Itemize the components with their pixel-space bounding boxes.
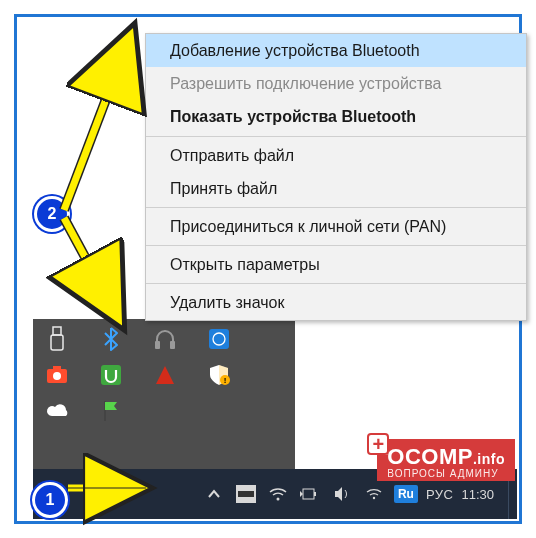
- bluetooth-context-menu: Добавление устройства Bluetooth Разрешит…: [145, 33, 527, 321]
- svg-rect-8: [53, 366, 61, 370]
- cloud-icon[interactable]: [43, 397, 71, 425]
- clock-text: 11:30: [461, 487, 502, 502]
- language-badge[interactable]: Ru: [394, 477, 418, 511]
- flag-icon[interactable]: [97, 397, 125, 425]
- tray-chevron-up-icon[interactable]: [202, 477, 226, 511]
- menu-receive-file[interactable]: Принять файл: [146, 172, 526, 205]
- svg-rect-2: [155, 341, 160, 349]
- language-text: РУС: [426, 487, 454, 502]
- utorrent-icon[interactable]: [97, 361, 125, 389]
- menu-open-settings[interactable]: Открыть параметры: [146, 248, 526, 281]
- watermark-sub: ВОПРОСЫ АДМИНУ: [387, 469, 505, 480]
- usb-icon[interactable]: [43, 325, 71, 353]
- menu-separator: [146, 207, 526, 208]
- svg-point-7: [53, 372, 61, 380]
- menu-separator: [146, 245, 526, 246]
- svg-point-15: [276, 498, 279, 501]
- network-icon[interactable]: [362, 477, 386, 511]
- svg-rect-3: [170, 341, 175, 349]
- camera-icon[interactable]: [43, 361, 71, 389]
- menu-send-file[interactable]: Отправить файл: [146, 139, 526, 172]
- menu-separator: [146, 283, 526, 284]
- svg-text:!: !: [224, 376, 227, 385]
- svg-rect-16: [303, 489, 314, 499]
- svg-rect-14: [238, 491, 254, 497]
- menu-show-bluetooth-devices[interactable]: Показать устройства Bluetooth: [146, 100, 526, 133]
- menu-add-bluetooth-device[interactable]: Добавление устройства Bluetooth: [146, 34, 526, 67]
- security-icon[interactable]: [151, 361, 179, 389]
- wifi-icon[interactable]: [266, 477, 290, 511]
- headphones-icon[interactable]: [151, 325, 179, 353]
- bluetooth-icon[interactable]: [97, 325, 125, 353]
- plus-icon: +: [367, 433, 389, 455]
- clock[interactable]: 11:30: [461, 477, 502, 511]
- svg-rect-0: [53, 327, 61, 335]
- step-badge-1: 1: [32, 482, 68, 518]
- menu-allow-device-connection: Разрешить подключение устройства: [146, 67, 526, 100]
- system-tray-popup: !: [33, 319, 295, 477]
- menu-separator: [146, 136, 526, 137]
- language-indicator[interactable]: РУС: [426, 477, 454, 511]
- svg-rect-17: [314, 492, 316, 496]
- watermark-tld: .info: [473, 451, 505, 467]
- shield-icon[interactable]: !: [205, 361, 233, 389]
- power-icon[interactable]: [298, 477, 322, 511]
- svg-point-18: [373, 497, 375, 499]
- step-badge-2: 2: [34, 196, 70, 232]
- menu-remove-icon[interactable]: Удалить значок: [146, 286, 526, 319]
- svg-rect-1: [51, 335, 63, 350]
- watermark: + OCOMP.info ВОПРОСЫ АДМИНУ: [377, 439, 515, 481]
- svg-rect-4: [209, 329, 229, 349]
- tray-app-icon[interactable]: [234, 477, 258, 511]
- screenshot-frame: ! Добавление устройства Bluetooth Разреш…: [14, 14, 522, 524]
- watermark-main: OCOMP: [387, 444, 473, 469]
- language-code: Ru: [394, 485, 418, 503]
- menu-join-pan[interactable]: Присоединиться к личной сети (PAN): [146, 210, 526, 243]
- app-icon[interactable]: [205, 325, 233, 353]
- volume-icon[interactable]: [330, 477, 354, 511]
